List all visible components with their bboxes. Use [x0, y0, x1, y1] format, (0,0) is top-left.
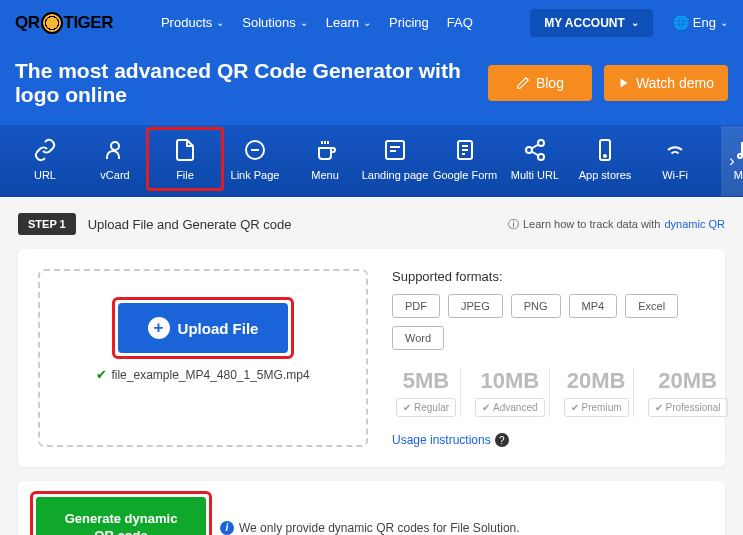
- upload-label: Upload File: [178, 320, 259, 337]
- nav-solutions[interactable]: Solutions⌄: [242, 15, 307, 30]
- edit-icon: [516, 76, 530, 90]
- watch-label: Watch demo: [636, 75, 714, 91]
- nav-label: Products: [161, 15, 212, 30]
- tab-landing[interactable]: Landing page: [370, 137, 420, 181]
- hero-bar: The most advanced QR Code Generator with…: [0, 45, 743, 125]
- play-icon: [618, 77, 630, 89]
- size-value: 10MB: [475, 368, 544, 394]
- chevron-down-icon: ⌄: [216, 17, 224, 28]
- tab-label: Menu: [311, 169, 339, 181]
- note-text: We only provide dynamic QR codes for Fil…: [239, 521, 520, 535]
- check-icon: ✔: [403, 402, 411, 413]
- format-jpeg[interactable]: JPEG: [448, 294, 503, 318]
- tab-menu[interactable]: Menu: [300, 137, 350, 181]
- wifi-icon: [662, 137, 688, 163]
- chevron-down-icon: ⌄: [300, 17, 308, 28]
- tab-label: App stores: [579, 169, 632, 181]
- chevron-down-icon: ⌄: [720, 17, 728, 28]
- html-icon: [382, 137, 408, 163]
- uploaded-filename: ✔ file_example_MP4_480_1_5MG.mp4: [96, 367, 309, 382]
- formats-title: Supported formats:: [392, 269, 732, 284]
- my-account-button[interactable]: MY ACCOUNT⌄: [530, 9, 653, 37]
- info-icon: i: [220, 521, 234, 535]
- tiger-icon: [41, 12, 63, 34]
- chevron-down-icon: ⌄: [363, 17, 371, 28]
- tab-vcard[interactable]: vCard: [90, 137, 140, 181]
- tier-label: ✔Premium: [564, 398, 629, 417]
- nav-label: Solutions: [242, 15, 295, 30]
- nav-label: FAQ: [447, 15, 473, 30]
- tab-label: Link Page: [231, 169, 280, 181]
- qr-type-tabs: URL vCard File Link Page Menu Landing pa…: [0, 125, 743, 197]
- top-header: QR TIGER Products⌄ Solutions⌄ Learn⌄ Pri…: [0, 0, 743, 45]
- tab-linkpage[interactable]: Link Page: [230, 137, 280, 181]
- nav-faq[interactable]: FAQ: [447, 15, 473, 30]
- tab-label: Multi URL: [511, 169, 559, 181]
- tier-advanced: 10MB✔Advanced: [471, 368, 549, 417]
- phone-icon: [592, 137, 618, 163]
- tier-label: ✔Professional: [648, 398, 728, 417]
- step-badge: STEP 1: [18, 213, 76, 235]
- nav-label: Pricing: [389, 15, 429, 30]
- usage-instructions-link[interactable]: Usage instructions ?: [392, 433, 732, 447]
- size-tiers: 5MB✔Regular 10MB✔Advanced 20MB✔Premium 2…: [392, 368, 732, 417]
- size-value: 20MB: [648, 368, 728, 394]
- plus-icon: +: [148, 317, 170, 339]
- share-icon: [522, 137, 548, 163]
- format-word[interactable]: Word: [392, 326, 444, 350]
- tab-google-form[interactable]: Google Form: [440, 137, 490, 181]
- tab-url[interactable]: URL: [20, 137, 70, 181]
- check-icon: ✔: [571, 402, 579, 413]
- tier-text: Professional: [666, 402, 721, 413]
- upload-panel: + Upload File ✔ file_example_MP4_480_1_5…: [18, 249, 725, 467]
- logo[interactable]: QR TIGER: [15, 12, 113, 34]
- usage-text: Usage instructions: [392, 433, 491, 447]
- tab-label: Wi-Fi: [662, 169, 688, 181]
- nav-learn[interactable]: Learn⌄: [326, 15, 371, 30]
- generate-label: Generate dynamic QR code: [65, 511, 178, 535]
- format-pdf[interactable]: PDF: [392, 294, 440, 318]
- check-icon: ✔: [655, 402, 663, 413]
- cup-icon: [312, 137, 338, 163]
- globe-icon: 🌐: [673, 15, 689, 30]
- svg-point-7: [604, 155, 606, 157]
- nav-pricing[interactable]: Pricing: [389, 15, 429, 30]
- link-icon: [32, 137, 58, 163]
- tab-app-stores[interactable]: App stores: [580, 137, 630, 181]
- blog-button[interactable]: Blog: [488, 65, 592, 101]
- tier-premium: 20MB✔Premium: [560, 368, 634, 417]
- language-selector[interactable]: 🌐 Eng ⌄: [673, 15, 728, 30]
- help-icon: ?: [495, 433, 509, 447]
- lang-label: Eng: [693, 15, 716, 30]
- tabs-next-arrow[interactable]: ›: [721, 126, 743, 196]
- tier-professional: 20MB✔Professional: [644, 368, 732, 417]
- upload-file-button[interactable]: + Upload File: [118, 303, 289, 353]
- svg-point-3: [538, 140, 544, 146]
- step-row: STEP 1 Upload File and Generate QR code …: [18, 213, 725, 235]
- format-png[interactable]: PNG: [511, 294, 561, 318]
- formats-panel: Supported formats: PDF JPEG PNG MP4 Exce…: [392, 269, 732, 447]
- main-nav: Products⌄ Solutions⌄ Learn⌄ Pricing FAQ: [161, 15, 473, 30]
- learn-link[interactable]: ⓘ Learn how to track data with dynamic Q…: [508, 217, 725, 232]
- format-mp4[interactable]: MP4: [569, 294, 618, 318]
- generate-row: Generate dynamic QR code i We only provi…: [18, 481, 725, 535]
- tier-text: Regular: [414, 402, 449, 413]
- step-text: Upload File and Generate QR code: [88, 217, 292, 232]
- tab-multi-url[interactable]: Multi URL: [510, 137, 560, 181]
- format-pills: PDF JPEG PNG MP4 Excel Word: [392, 294, 732, 350]
- dynamic-qr-link[interactable]: dynamic QR: [664, 218, 725, 230]
- tab-wifi[interactable]: Wi-Fi: [650, 137, 700, 181]
- svg-point-4: [526, 147, 532, 153]
- format-excel[interactable]: Excel: [625, 294, 678, 318]
- upload-dropzone[interactable]: + Upload File ✔ file_example_MP4_480_1_5…: [38, 269, 368, 447]
- tab-file[interactable]: File: [160, 137, 210, 181]
- nav-products[interactable]: Products⌄: [161, 15, 224, 30]
- generate-qr-button[interactable]: Generate dynamic QR code: [36, 497, 206, 535]
- content-area: STEP 1 Upload File and Generate QR code …: [0, 197, 743, 535]
- tab-label: Landing page: [362, 169, 429, 181]
- svg-point-0: [111, 142, 119, 150]
- chevron-down-icon: ⌄: [631, 17, 639, 28]
- tab-label: URL: [34, 169, 56, 181]
- tab-label: vCard: [100, 169, 129, 181]
- watch-demo-button[interactable]: Watch demo: [604, 65, 728, 101]
